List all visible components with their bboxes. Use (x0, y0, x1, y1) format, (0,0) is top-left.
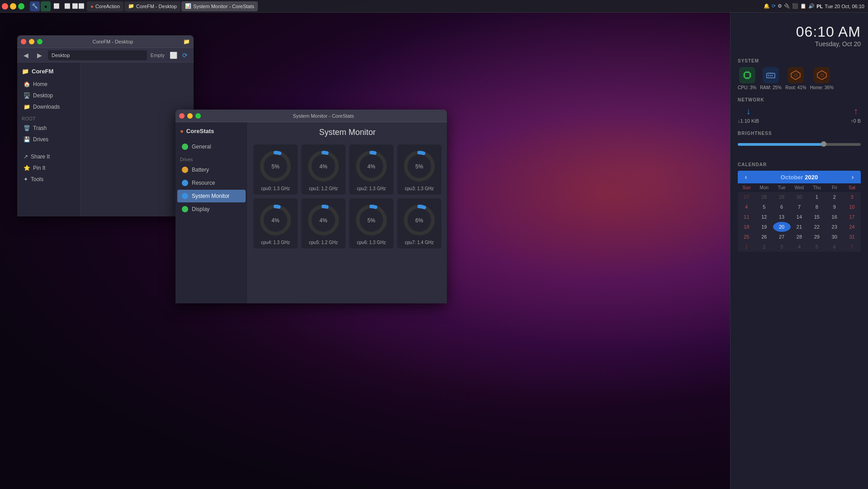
calendar-day[interactable]: 14 (791, 212, 808, 222)
calendar-day[interactable]: 5 (755, 202, 773, 212)
right-panel: 06:10 AM Tuesday, Oct 20 SYSTEM (730, 13, 868, 489)
sysmon-max-button[interactable] (195, 113, 201, 119)
sysmon-nav-display[interactable]: Display (177, 203, 246, 216)
corefm-shareit[interactable]: ↗ Share It (19, 151, 78, 162)
calendar-day[interactable]: 11 (738, 212, 755, 222)
sysmon-close-button[interactable] (179, 113, 185, 119)
calendar-day[interactable]: 22 (808, 222, 825, 232)
calendar-day[interactable]: 29 (773, 192, 791, 202)
calendar-day[interactable]: 3 (843, 192, 861, 202)
calendar-day[interactable]: 27 (738, 192, 755, 202)
corefm-close-button[interactable] (21, 39, 26, 44)
corefm-view-toggle[interactable]: ⬜ (168, 50, 178, 60)
taskbar-icon-2[interactable]: ● (41, 1, 51, 11)
taskbar-icon-9[interactable]: 🔊 (808, 3, 815, 9)
cpu0-label: cpu0: 1.3 GHz (261, 186, 290, 191)
calendar-day[interactable]: 28 (791, 232, 808, 242)
calendar-day[interactable]: 9 (825, 202, 843, 212)
calendar-day[interactable]: 20 (773, 222, 791, 232)
calendar-day[interactable]: 15 (808, 212, 825, 222)
calendar-day[interactable]: 4 (738, 202, 755, 212)
calendar-day[interactable]: 13 (773, 212, 791, 222)
calendar-day[interactable]: 24 (843, 222, 861, 232)
taskbar-dot-yellow[interactable] (10, 3, 16, 10)
calendar-day[interactable]: 5 (808, 242, 825, 252)
calendar-day[interactable]: 27 (773, 232, 791, 242)
taskbar-sync-icon[interactable]: ⟳ (772, 3, 776, 9)
shareit-icon: ↗ (24, 153, 28, 160)
calendar-day[interactable]: 1 (808, 192, 825, 202)
calendar-next-button[interactable]: › (848, 173, 857, 182)
taskbar-app-corefm[interactable]: 📁 CoreFM - Desktop (124, 1, 180, 11)
network-row: ↓ ↓1.10 KiB ↑ ↑0 B (738, 106, 861, 124)
corefm-tools[interactable]: ✦ Tools (19, 174, 78, 185)
taskbar-icon-6[interactable]: 🔌 (784, 3, 790, 9)
taskbar-icon-3[interactable]: ⬜ (52, 1, 62, 11)
calendar-day[interactable]: 7 (791, 202, 808, 212)
corefm-max-button[interactable] (37, 39, 43, 44)
calendar-prev-button[interactable]: ‹ (741, 173, 750, 182)
taskbar-clock: Tue 20 Oct, 06:10 (825, 4, 864, 9)
taskbar-icon-1[interactable]: 🔧 (30, 1, 40, 11)
calendar-day[interactable]: 2 (825, 192, 843, 202)
calendar-day[interactable]: 26 (755, 232, 773, 242)
calendar-day[interactable]: 6 (773, 202, 791, 212)
sysmon-nav-battery[interactable]: Battery (177, 163, 246, 176)
calendar-day[interactable]: 21 (791, 222, 808, 232)
corefm-min-button[interactable] (29, 39, 34, 44)
corefm-forward-button[interactable]: ▶ (34, 50, 44, 60)
calendar-day[interactable]: 2 (755, 242, 773, 252)
taskbar-language[interactable]: PL (816, 4, 823, 9)
corefm-sidebar-home[interactable]: 🏠 Home (19, 79, 78, 90)
calendar-day[interactable]: 6 (825, 242, 843, 252)
corefm-sidebar-desktop[interactable]: 🖥️ Desktop (19, 90, 78, 101)
calendar-day[interactable]: 4 (791, 242, 808, 252)
corefm-sidebar-trash[interactable]: 🗑️ Trash (19, 123, 78, 134)
taskbar-icon-8[interactable]: 📋 (800, 3, 806, 9)
calendar-day[interactable]: 16 (825, 212, 843, 222)
calendar-day[interactable]: 12 (755, 212, 773, 222)
calendar-day[interactable]: 31 (843, 232, 861, 242)
brightness-slider[interactable] (738, 143, 861, 146)
taskbar-icon-5[interactable]: ⚙ (778, 3, 782, 9)
calendar-day[interactable]: 19 (755, 222, 773, 232)
sysmon-nav-resource[interactable]: Resource (177, 177, 246, 189)
corefm-sidebar-drives[interactable]: 💾 Drives (19, 134, 78, 145)
root-stat-icon: ⬡ (787, 67, 804, 83)
sysmon-nav-sysmon[interactable]: System Monitor (177, 190, 246, 202)
sysmon-nav-general[interactable]: General (177, 140, 246, 153)
calendar-day[interactable]: 30 (825, 232, 843, 242)
calendar-day[interactable]: 28 (755, 192, 773, 202)
calendar-day[interactable]: 29 (808, 232, 825, 242)
corefm-refresh-button[interactable]: ⟳ (180, 50, 190, 60)
calendar-day[interactable]: 3 (773, 242, 791, 252)
calendar-day[interactable]: 1 (738, 242, 755, 252)
calendar-day[interactable]: 10 (843, 202, 861, 212)
taskbar-notification-icon[interactable]: 🔔 (764, 3, 770, 9)
sysmon-min-button[interactable] (187, 113, 193, 119)
calendar-day[interactable]: 23 (825, 222, 843, 232)
calendar-weekdays: Sun Mon Tue Wed Thu Fri Sat (738, 183, 861, 192)
taskbar-dot-green[interactable] (18, 3, 24, 10)
calendar-day[interactable]: 17 (843, 212, 861, 222)
taskbar-app-coreaction[interactable]: ● CoreAction (87, 1, 123, 11)
calendar-day[interactable]: 30 (791, 192, 808, 202)
corefm-sidebar-downloads[interactable]: 📁 Downloads (19, 101, 78, 112)
calendar-day[interactable]: 18 (738, 222, 755, 232)
brightness-handle[interactable] (821, 141, 826, 147)
calendar-section: CALENDAR ‹ October 2020 › Sun Mon Tue We… (738, 162, 861, 482)
calendar-header: ‹ October 2020 › (738, 171, 861, 183)
taskbar-icon-7[interactable]: ⬛ (792, 3, 798, 9)
calendar-day[interactable]: 8 (808, 202, 825, 212)
corefm-location-bar[interactable]: Desktop (48, 50, 147, 60)
calendar-day[interactable]: 25 (738, 232, 755, 242)
taskbar-app-sysmon[interactable]: 📊 System Monitor - CoreStats (181, 1, 258, 11)
taskbar-icon-4[interactable]: ⬜⬜ (73, 1, 83, 11)
taskbar-dot-red[interactable] (2, 3, 8, 10)
corefm-pinit[interactable]: ⭐ Pin It (19, 163, 78, 173)
network-down: ↓ ↓1.10 KiB (738, 106, 759, 124)
corefm-back-button[interactable]: ◀ (21, 50, 31, 60)
calendar-day[interactable]: 7 (843, 242, 861, 252)
root-stat-label: Root: 41% (785, 85, 806, 90)
trash-icon: 🗑️ (24, 125, 30, 131)
